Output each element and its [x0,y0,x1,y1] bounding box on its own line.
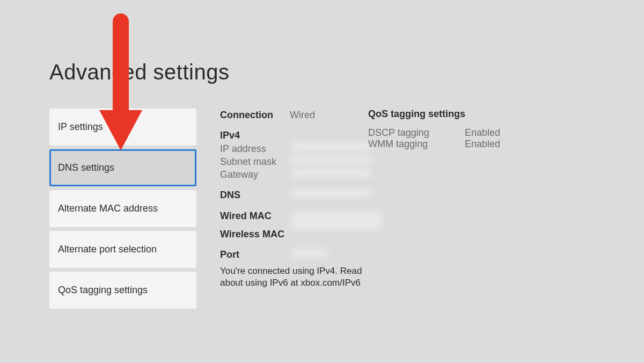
connection-value: Wired [290,108,315,121]
menu-item-qos-tagging-settings[interactable]: QoS tagging settings [49,272,196,309]
menu-item-alternate-mac-address[interactable]: Alternate MAC address [49,190,196,227]
ip-address-label: IP address [220,142,290,155]
qos-dscp-value: Enabled [465,127,500,139]
ipv4-heading: IPv4 [220,129,290,142]
menu-item-ip-settings[interactable]: IP settings [49,108,196,146]
ipv4-note: You're connected using IPv4. Read about … [220,265,365,289]
menu-item-alternate-port-selection[interactable]: Alternate port selection [49,231,196,268]
menu-item-dns-settings[interactable]: DNS settings [49,149,196,186]
subnet-mask-value-blurred [291,155,371,165]
page-title: Advanced settings [49,60,229,84]
qos-heading: QoS tagging settings [368,108,518,120]
port-label: Port [220,248,290,261]
qos-wmm-label: WMM tagging [368,139,465,150]
wireless-mac-label: Wireless MAC [220,228,290,241]
mac-values-blurred [291,212,382,230]
dns-heading: DNS [220,188,290,201]
connection-label: Connection [220,108,290,121]
settings-menu: IP settings DNS settings Alternate MAC a… [49,108,196,313]
qos-dscp-label: DSCP tagging [368,127,465,139]
gateway-value-blurred [291,168,371,178]
qos-wmm-value: Enabled [465,139,500,150]
ip-address-value-blurred [291,142,371,152]
wired-mac-label: Wired MAC [220,209,290,228]
dns-value-blurred [291,188,371,198]
port-value-blurred [291,248,328,258]
qos-section: QoS tagging settings DSCP tagging Enable… [368,108,518,150]
gateway-label: Gateway [220,168,290,181]
subnet-mask-label: Subnet mask [220,155,290,168]
